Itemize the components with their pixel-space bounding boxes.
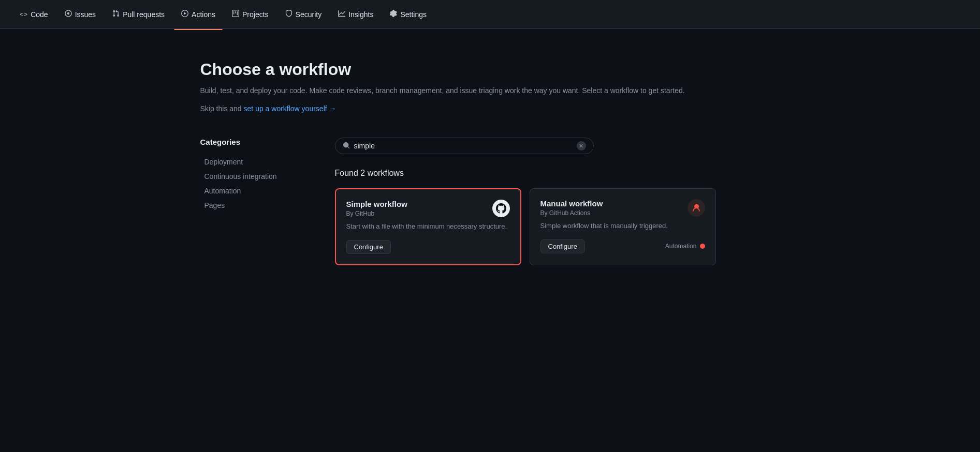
configure-simple-button[interactable]: Configure: [346, 240, 391, 254]
card-footer-manual: Configure Automation: [540, 239, 705, 253]
insights-icon: [338, 10, 345, 19]
search-input[interactable]: [354, 142, 573, 150]
card-author-manual: By GitHub Actions: [540, 209, 603, 217]
workflow-cards-grid: Simple workflow By GitHub Start with a f…: [335, 188, 780, 265]
category-pages[interactable]: Pages: [200, 198, 314, 213]
issues-icon: [65, 10, 72, 19]
pull-requests-icon: [112, 10, 120, 19]
automation-tag: Automation: [665, 243, 705, 250]
categories-title: Categories: [200, 138, 314, 146]
card-footer-simple: Configure: [346, 240, 510, 254]
actions-icon: [181, 10, 188, 19]
nav-pull-requests[interactable]: Pull requests: [105, 6, 172, 23]
security-icon: [285, 10, 292, 19]
categories-sidebar: Categories Deployment Continuous integra…: [200, 138, 314, 265]
category-automation[interactable]: Automation: [200, 184, 314, 198]
page-subtitle: Build, test, and deploy your code. Make …: [200, 85, 780, 96]
user-icon: [688, 199, 705, 217]
top-navigation: <> Code Issues Pull requests Actions Pro…: [0, 0, 980, 29]
configure-manual-button[interactable]: Configure: [540, 239, 585, 253]
main-content: Choose a workflow Build, test, and deplo…: [180, 29, 801, 296]
svg-point-1: [67, 12, 69, 14]
card-author-simple: By GitHub: [346, 210, 407, 217]
search-icon: [343, 142, 350, 150]
search-clear-button[interactable]: ✕: [577, 141, 586, 150]
card-header-manual: Manual workflow By GitHub Actions: [540, 199, 705, 217]
tag-dot: [700, 244, 705, 249]
setup-workflow-link[interactable]: set up a workflow yourself →: [244, 104, 337, 113]
category-deployment[interactable]: Deployment: [200, 155, 314, 169]
simple-workflow-card[interactable]: Simple workflow By GitHub Start with a f…: [335, 188, 521, 265]
nav-insights[interactable]: Insights: [331, 6, 381, 23]
github-icon: [492, 200, 510, 217]
nav-projects[interactable]: Projects: [225, 6, 276, 23]
nav-actions[interactable]: Actions: [174, 6, 223, 23]
card-title-simple: Simple workflow: [346, 200, 407, 208]
card-header-simple: Simple workflow By GitHub: [346, 200, 510, 217]
category-continuous-integration[interactable]: Continuous integration: [200, 169, 314, 184]
projects-icon: [232, 10, 239, 19]
code-icon: <>: [20, 10, 27, 18]
nav-code[interactable]: <> Code: [12, 6, 55, 23]
results-count-label: Found 2 workflows: [335, 169, 780, 178]
nav-issues[interactable]: Issues: [57, 6, 103, 23]
nav-settings[interactable]: Settings: [383, 6, 434, 23]
settings-icon: [390, 10, 397, 19]
search-bar: ✕: [335, 138, 594, 154]
workflow-layout: Categories Deployment Continuous integra…: [200, 138, 780, 265]
manual-workflow-card[interactable]: Manual workflow By GitHub Actions Simple…: [530, 188, 716, 265]
nav-security[interactable]: Security: [278, 6, 329, 23]
card-description-simple: Start with a file with the minimum neces…: [346, 221, 510, 232]
card-description-manual: Simple workflow that is manually trigger…: [540, 221, 705, 231]
workflow-search-results: ✕ Found 2 workflows Simple workflow By G…: [335, 138, 780, 265]
card-title-manual: Manual workflow: [540, 199, 603, 208]
page-title: Choose a workflow: [200, 60, 780, 79]
skip-link-container: Skip this and set up a workflow yourself…: [200, 104, 780, 113]
